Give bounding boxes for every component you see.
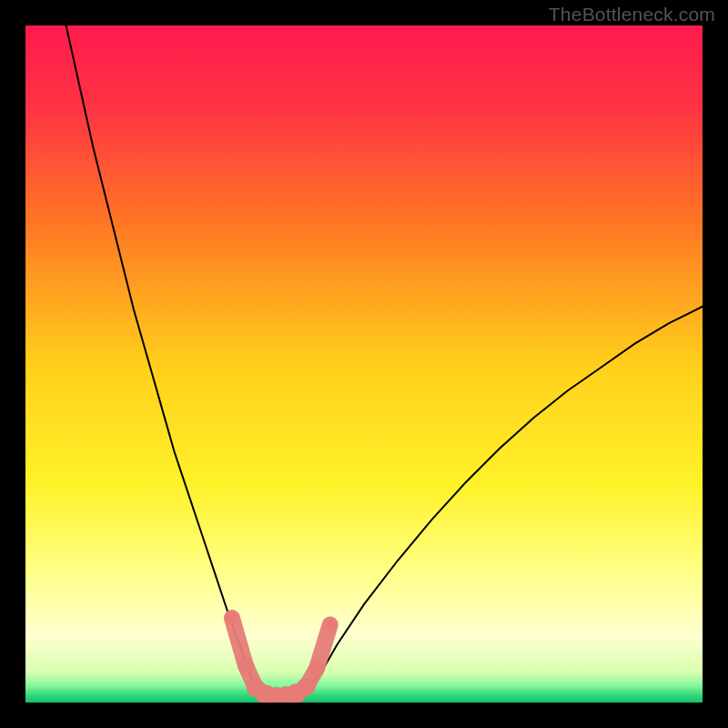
gradient-background [25,25,703,703]
watermark-text: TheBottleneck.com [549,4,715,25]
valley-marker [324,618,337,631]
chart-svg [25,25,703,703]
chart-plot-area [25,25,703,703]
chart-frame: TheBottleneck.com [0,0,728,728]
valley-marker [238,657,254,673]
valley-marker [226,612,238,624]
valley-marker [308,661,325,677]
valley-marker [298,677,316,695]
